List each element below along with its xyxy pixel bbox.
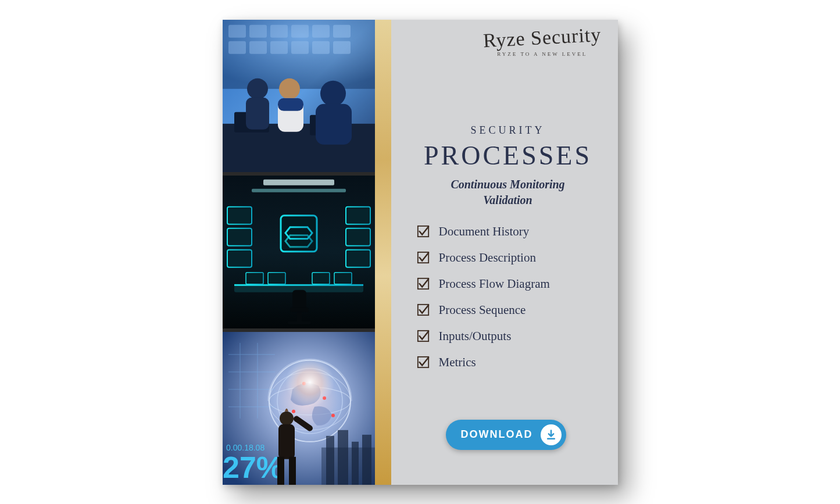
svg-rect-7 bbox=[333, 24, 351, 37]
download-arrow-icon bbox=[541, 424, 562, 445]
svg-rect-40 bbox=[292, 290, 306, 310]
brand-tagline: RYZE TO A NEW LEVEL bbox=[483, 51, 601, 57]
document-card: 0.00.18.08 27% bbox=[223, 20, 618, 485]
download-button-label: DOWNLOAD bbox=[461, 428, 533, 441]
svg-rect-5 bbox=[291, 24, 309, 37]
svg-rect-37 bbox=[268, 273, 285, 284]
image-cyber-room bbox=[223, 176, 375, 328]
download-button[interactable]: DOWNLOAD bbox=[446, 420, 567, 450]
svg-rect-61 bbox=[278, 424, 295, 459]
list-item: Process Description bbox=[417, 251, 602, 265]
content-panel: Ryze Security RYZE TO A NEW LEVEL SECURI… bbox=[391, 20, 618, 485]
svg-rect-21 bbox=[278, 98, 303, 110]
svg-rect-43 bbox=[288, 321, 311, 324]
svg-rect-68 bbox=[352, 442, 359, 485]
svg-rect-6 bbox=[312, 24, 330, 37]
checklist-label: Process Flow Diagram bbox=[439, 277, 550, 291]
checklist-label: Process Sequence bbox=[439, 303, 526, 317]
svg-rect-30 bbox=[346, 207, 370, 224]
svg-point-17 bbox=[247, 78, 268, 99]
svg-rect-2 bbox=[228, 24, 246, 37]
svg-rect-3 bbox=[249, 24, 267, 37]
svg-rect-41 bbox=[290, 308, 309, 312]
checklist-label: Metrics bbox=[439, 355, 476, 370]
checklist-label: Process Description bbox=[439, 251, 536, 265]
heading-block: SECURITY PROCESSES Continuous Monitoring… bbox=[414, 124, 602, 370]
list-item: Inputs/Outputs bbox=[417, 329, 602, 344]
brand-logo-text: Ryze Security bbox=[482, 24, 602, 51]
svg-rect-32 bbox=[346, 250, 370, 267]
kicker: SECURITY bbox=[414, 124, 602, 137]
checkmark-icon bbox=[417, 303, 430, 316]
svg-rect-42 bbox=[297, 312, 302, 323]
list-item: Process Sequence bbox=[417, 303, 602, 317]
checklist-label: Document History bbox=[439, 224, 530, 239]
checklist-label: Inputs/Outputs bbox=[439, 329, 512, 344]
svg-rect-13 bbox=[333, 41, 351, 53]
checkmark-icon bbox=[417, 277, 430, 290]
checkmark-icon bbox=[417, 251, 430, 264]
svg-rect-39 bbox=[334, 273, 352, 284]
svg-rect-10 bbox=[270, 41, 288, 53]
list-item: Document History bbox=[417, 224, 602, 239]
svg-point-19 bbox=[279, 78, 300, 99]
overlay-percent: 27% bbox=[223, 451, 283, 484]
svg-rect-11 bbox=[291, 41, 309, 53]
list-item: Process Flow Diagram bbox=[417, 277, 602, 291]
stage: 0.00.18.08 27% bbox=[0, 0, 840, 504]
subtitle-line-2: Validation bbox=[483, 194, 532, 206]
image-globe-analyst: 0.00.18.08 27% bbox=[223, 332, 375, 485]
svg-point-22 bbox=[320, 80, 346, 106]
svg-rect-12 bbox=[312, 41, 330, 53]
brand-logo: Ryze Security RYZE TO A NEW LEVEL bbox=[483, 28, 601, 57]
svg-point-60 bbox=[280, 412, 294, 426]
svg-rect-38 bbox=[312, 273, 330, 284]
svg-rect-66 bbox=[326, 436, 334, 485]
svg-rect-8 bbox=[228, 41, 246, 53]
svg-rect-62 bbox=[277, 457, 284, 485]
svg-rect-23 bbox=[316, 103, 352, 144]
checkmark-icon bbox=[417, 330, 430, 342]
svg-rect-67 bbox=[338, 430, 348, 485]
svg-rect-18 bbox=[246, 97, 269, 129]
svg-rect-69 bbox=[362, 435, 371, 485]
svg-rect-25 bbox=[263, 180, 334, 185]
checkmark-icon bbox=[417, 356, 430, 369]
checkmark-icon bbox=[417, 225, 430, 238]
svg-rect-27 bbox=[227, 207, 252, 224]
page-title: PROCESSES bbox=[414, 140, 602, 171]
svg-rect-4 bbox=[270, 24, 288, 37]
image-column: 0.00.18.08 27% bbox=[223, 20, 375, 485]
list-item: Metrics bbox=[417, 355, 602, 370]
checklist: Document History Process Description bbox=[414, 224, 602, 370]
svg-rect-29 bbox=[227, 250, 252, 267]
svg-rect-31 bbox=[346, 228, 370, 246]
svg-rect-26 bbox=[252, 189, 346, 192]
image-operations-room bbox=[223, 20, 375, 173]
svg-rect-36 bbox=[246, 273, 263, 284]
svg-rect-63 bbox=[289, 457, 296, 485]
svg-rect-28 bbox=[227, 228, 252, 246]
gold-divider bbox=[375, 20, 391, 485]
subtitle-line-1: Continuous Monitoring bbox=[451, 178, 564, 191]
svg-rect-9 bbox=[249, 41, 267, 53]
subtitle: Continuous Monitoring Validation bbox=[414, 177, 602, 208]
